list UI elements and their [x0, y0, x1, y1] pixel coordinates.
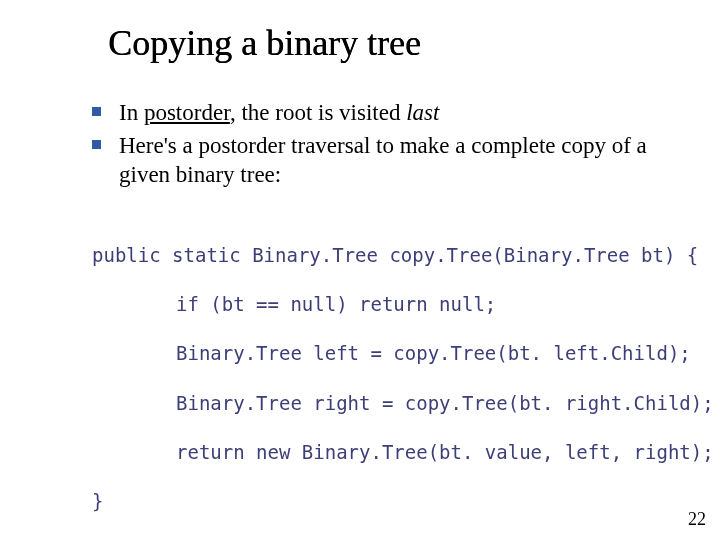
- bullet-pre: Here's a postorder traversal to make a c…: [119, 133, 647, 187]
- slide: Copying a binary tree In postorder, the …: [0, 0, 720, 540]
- page-number: 22: [688, 509, 706, 530]
- bullet-text: In postorder, the root is visited last: [119, 98, 439, 127]
- bullet-pre: In: [119, 100, 144, 125]
- bullet-mid: , the root is visited: [230, 100, 406, 125]
- slide-title-text: Copying a binary tree: [108, 23, 421, 63]
- code-line: if (bt == null) return null;: [176, 292, 692, 317]
- bullet-italic: last: [406, 100, 439, 125]
- slide-title: Copying a binary tree: [108, 24, 692, 64]
- bullet-item: Here's a postorder traversal to make a c…: [92, 131, 672, 190]
- bullet-item: In postorder, the root is visited last: [92, 98, 672, 127]
- code-line: Binary.Tree right = copy.Tree(bt. right.…: [176, 391, 692, 416]
- code-block: public static Binary.Tree copy.Tree(Bina…: [92, 218, 692, 540]
- code-line: return new Binary.Tree(bt. value, left, …: [176, 440, 692, 465]
- bullet-square-icon: [92, 107, 101, 116]
- bullet-square-icon: [92, 140, 101, 149]
- code-line: Binary.Tree left = copy.Tree(bt. left.Ch…: [176, 341, 692, 366]
- code-line: }: [92, 489, 692, 514]
- bullet-text: Here's a postorder traversal to make a c…: [119, 131, 672, 190]
- code-line: public static Binary.Tree copy.Tree(Bina…: [92, 243, 692, 268]
- bullet-list: In postorder, the root is visited last H…: [92, 98, 672, 190]
- bullet-underline: postorder: [144, 100, 230, 125]
